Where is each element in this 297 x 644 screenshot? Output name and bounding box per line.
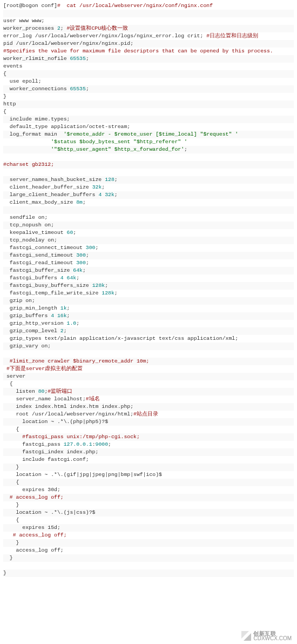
code-line: gzip_buffers 4 16k;	[3, 312, 294, 320]
code-line: }	[3, 569, 294, 577]
code-line: events	[3, 63, 294, 70]
code-line: log_format main '$remote_addr - $remote_…	[3, 131, 294, 138]
code-line: server	[3, 373, 294, 380]
code-line: user www www;	[3, 17, 294, 25]
code-line: worker_connections 65535;	[3, 85, 294, 93]
code-line: '"$http_user_agent" $http_x_forwarded_fo…	[3, 146, 294, 153]
nginx-config-code-block: [root@bogon conf]# cat /usr/local/webser…	[0, 0, 297, 582]
code-line: }	[3, 464, 294, 471]
code-line: large_client_header_buffers 4 32k;	[3, 191, 294, 199]
code-line: }	[3, 501, 294, 509]
code-line: location ~ .*\.(php|php5)?$	[3, 418, 294, 426]
code-line: access_log off;	[3, 547, 294, 554]
code-line: fastcgi_connect_timeout 300;	[3, 244, 294, 252]
code-line: client_max_body_size 8m;	[3, 199, 294, 206]
code-line	[3, 562, 294, 569]
code-line: expires 15d;	[3, 524, 294, 532]
code-line: {	[3, 108, 294, 116]
code-line: fastcgi_send_timeout 300;	[3, 252, 294, 259]
code-line: fastcgi_buffer_size 64k;	[3, 267, 294, 274]
code-line: expires 30d;	[3, 486, 294, 494]
code-line: {	[3, 516, 294, 524]
code-line: gzip on;	[3, 297, 294, 305]
code-line: worker_rlimit_nofile 65535;	[3, 55, 294, 63]
code-line: tcp_nodelay on;	[3, 237, 294, 244]
code-line: fastcgi_temp_file_write_size 128k;	[3, 290, 294, 297]
code-line: sendfile on;	[3, 214, 294, 222]
code-line: {	[3, 70, 294, 78]
code-line: gzip_types text/plain application/x-java…	[3, 335, 294, 343]
code-line: pid /usr/local/webserver/nginx/nginx.pid…	[3, 40, 294, 48]
code-line: }	[3, 554, 294, 562]
code-line	[3, 350, 294, 358]
code-line: listen 80;#监听端口	[3, 388, 294, 395]
code-line: gzip_vary on;	[3, 343, 294, 350]
code-line: client_header_buffer_size 32k;	[3, 184, 294, 191]
code-line: error_log /usr/local/webserver/nginx/log…	[3, 32, 294, 40]
code-line: fastcgi_buffers 4 64k;	[3, 274, 294, 282]
code-line: }	[3, 539, 294, 547]
code-line: default_type application/octet-stream;	[3, 123, 294, 131]
code-line: # access_log off;	[3, 494, 294, 501]
code-line: location ~ .*\.(gif|jpg|jpeg|png|bmp|swf…	[3, 471, 294, 479]
code-line: use epoll;	[3, 78, 294, 85]
code-line: keepalive_timeout 60;	[3, 229, 294, 237]
code-line: fastcgi_index index.php;	[3, 448, 294, 456]
code-line: fastcgi_read_timeout 300;	[3, 259, 294, 267]
code-line: #下面是server虚拟主机的配置	[3, 365, 294, 373]
code-line	[3, 169, 294, 176]
code-line	[3, 10, 294, 17]
code-line: {	[3, 479, 294, 486]
code-line: '$status $body_bytes_sent "$http_referer…	[3, 138, 294, 146]
code-line: gzip_min_length 1k;	[3, 305, 294, 312]
code-line: server_names_hash_bucket_size 128;	[3, 176, 294, 184]
code-line: #charset gb2312;	[3, 161, 294, 169]
code-line: gzip_comp_level 2;	[3, 327, 294, 335]
code-line: #limit_zone crawler $binary_remote_addr …	[3, 358, 294, 365]
code-line: index index.html index.htm index.php;	[3, 403, 294, 411]
code-line: root /usr/local/webserver/nginx/html;#站点…	[3, 411, 294, 418]
code-line: worker_processes 2; #设置值和CPU核心数一致	[3, 25, 294, 32]
code-line: include mime.types;	[3, 116, 294, 123]
code-line: fastcgi_busy_buffers_size 128k;	[3, 282, 294, 290]
code-line	[3, 153, 294, 161]
code-line: server_name localhost;#域名	[3, 395, 294, 403]
code-line: #Specifies the value for maximum file de…	[3, 48, 294, 55]
code-line: {	[3, 426, 294, 433]
code-line: gzip_http_version 1.0;	[3, 320, 294, 327]
code-line: include fastcgi.conf;	[3, 456, 294, 464]
code-line: http	[3, 100, 294, 108]
code-line: #fastcgi_pass unix:/tmp/php-cgi.sock;	[3, 433, 294, 441]
code-line: {	[3, 380, 294, 388]
code-line: # access_log off;	[3, 532, 294, 539]
code-line: location ~ .*\.(js|css)?$	[3, 509, 294, 516]
code-line: tcp_nopush on;	[3, 222, 294, 229]
code-line: [root@bogon conf]# cat /usr/local/webser…	[3, 2, 294, 10]
code-line: fastcgi_pass 127.0.0.1:9000;	[3, 441, 294, 448]
code-line	[3, 206, 294, 214]
code-line: }	[3, 93, 294, 100]
